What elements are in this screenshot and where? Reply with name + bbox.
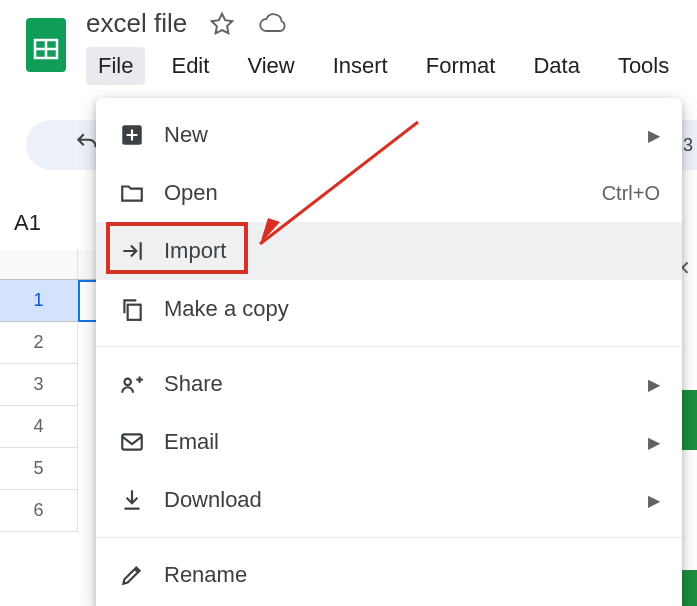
menu-item-label: Email [164,429,640,455]
open-icon [118,179,146,207]
row-header[interactable]: 2 [0,322,78,364]
menu-tools[interactable]: Tools [606,47,681,85]
row-header[interactable]: 3 [0,364,78,406]
menu-item-share[interactable]: Share▶ [96,355,682,413]
menu-item-label: Rename [164,562,660,588]
menu-view[interactable]: View [235,47,306,85]
cloud-status-icon[interactable] [257,11,287,37]
email-icon [118,428,146,456]
menu-data[interactable]: Data [521,47,591,85]
menu-file[interactable]: File [86,47,145,85]
menu-item-open[interactable]: OpenCtrl+O [96,164,682,222]
download-icon [118,486,146,514]
submenu-arrow-icon: ▶ [648,433,660,452]
share-icon [118,370,146,398]
row-header[interactable]: 1 [0,280,78,322]
sheets-logo-icon[interactable] [24,16,68,74]
menu-item-label: Import [164,238,660,264]
menu-item-label: New [164,122,640,148]
menu-item-download[interactable]: Download▶ [96,471,682,529]
submenu-arrow-icon: ▶ [648,126,660,145]
file-menu-dropdown: New▶OpenCtrl+OImportMake a copyShare▶Ema… [96,98,682,606]
svg-rect-7 [122,434,142,449]
row-header[interactable]: 5 [0,448,78,490]
menu-item-rename[interactable]: Rename [96,546,682,604]
menu-item-label: Open [164,180,602,206]
svg-point-6 [124,379,131,386]
row-header[interactable]: 6 [0,490,78,532]
menu-item-new[interactable]: New▶ [96,106,682,164]
svg-rect-5 [128,305,141,320]
document-title[interactable]: excel file [86,8,187,39]
rename-icon [118,561,146,589]
star-icon[interactable] [209,11,235,37]
menu-separator [96,537,682,538]
row-headers: 123456 [0,280,78,532]
menu-edit[interactable]: Edit [159,47,221,85]
menu-item-make-a-copy[interactable]: Make a copy [96,280,682,338]
name-box[interactable]: A1 [6,202,80,244]
menu-item-email[interactable]: Email▶ [96,413,682,471]
menu-item-label: Share [164,371,640,397]
menu-shortcut: Ctrl+O [602,182,660,205]
import-icon [118,237,146,265]
new-icon [118,121,146,149]
menubar: FileEditViewInsertFormatDataTools [86,47,685,85]
menu-insert[interactable]: Insert [321,47,400,85]
menu-separator [96,346,682,347]
copy-icon [118,295,146,323]
submenu-arrow-icon: ▶ [648,375,660,394]
menu-item-label: Download [164,487,640,513]
row-header[interactable]: 4 [0,406,78,448]
submenu-arrow-icon: ▶ [648,491,660,510]
menu-item-label: Make a copy [164,296,660,322]
menu-format[interactable]: Format [414,47,508,85]
select-all-corner[interactable] [0,250,78,280]
menu-item-import[interactable]: Import [96,222,682,280]
